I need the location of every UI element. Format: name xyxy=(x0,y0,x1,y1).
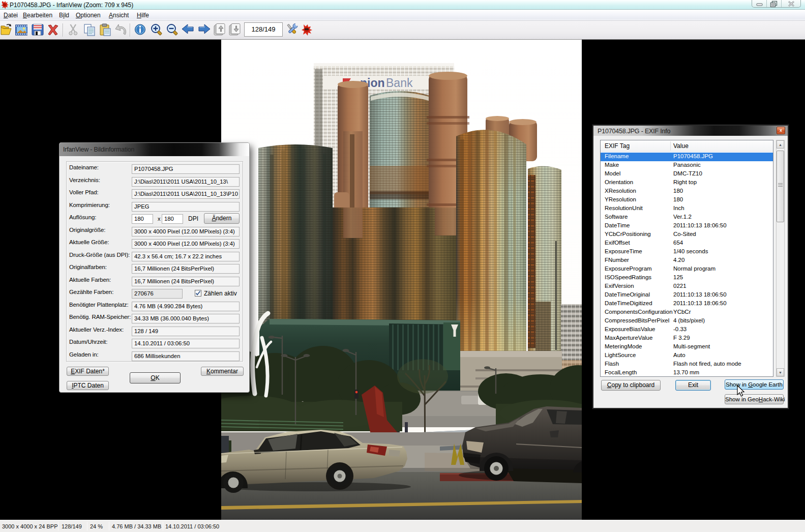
svg-text:Bank: Bank xyxy=(386,76,413,90)
